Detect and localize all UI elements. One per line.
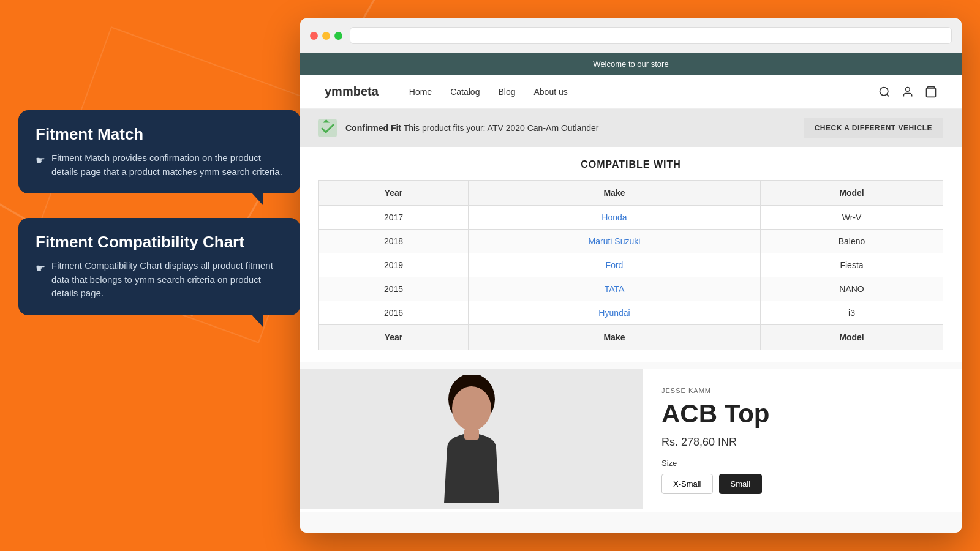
fitment-text: Confirmed Fit This product fits your: AT… [345,123,795,133]
cell-model: Wr-V [761,206,943,230]
minimize-button[interactable] [322,32,330,40]
product-title: ACB Top [662,399,943,429]
product-image [300,369,643,509]
fitment-chart-callout: Fitment Compatibility Chart Fitment Comp… [18,218,300,315]
table-row: 2017 Honda Wr-V [319,206,943,230]
compatible-title: COMPATIBLE WITH [318,159,943,170]
cell-model: Baleno [761,230,943,253]
fitment-match-title: Fitment Match [36,125,283,144]
table-row: 2015 TATA NANO [319,277,943,301]
col-footer-model: Model [761,325,943,350]
fitment-match-callout: Fitment Match Fitment Match provides con… [18,110,300,193]
compatible-section: COMPATIBLE WITH Year Make Model 2017 Hon… [300,147,962,362]
compatibility-table: Year Make Model 2017 Honda Wr-V 2018 Mar… [318,180,943,350]
confirmed-fit-label: Confirmed Fit [345,123,401,133]
svg-line-1 [887,94,889,96]
fitment-match-description: Fitment Match provides confirmation on t… [36,151,283,179]
nav-home[interactable]: Home [409,87,432,97]
table-row: 2016 Hyundai i3 [319,301,943,325]
product-image-person [429,375,514,503]
svg-point-0 [880,87,888,95]
store-banner-text: Welcome to our store [593,59,668,69]
cell-make: Ford [468,253,760,277]
nav-catalog[interactable]: Catalog [450,87,480,97]
browser-chrome [300,18,962,53]
cell-year: 2019 [319,253,469,277]
col-footer-year: Year [319,325,469,350]
store-banner: Welcome to our store [300,53,962,75]
brand-logo: ymmbeta [325,84,379,99]
table-header-row: Year Make Model [319,181,943,206]
nav-blog[interactable]: Blog [498,87,515,97]
traffic-lights [310,32,342,40]
vehicle-text: This product fits your: ATV 2020 Can-Am … [404,123,599,133]
fitment-banner: Confirmed Fit This product fits your: AT… [300,109,962,147]
size-buttons: X-Small Small [662,474,943,494]
browser-window: Welcome to our store ymmbeta Home Catalo… [300,18,962,533]
svg-point-2 [906,87,910,91]
col-header-model: Model [761,181,943,206]
product-brand: JESSE KAMM [662,387,943,394]
cell-make: Maruti Suzuki [468,230,760,253]
cell-model: Fiesta [761,253,943,277]
cell-make: Hyundai [468,301,760,325]
navbar: ymmbeta Home Catalog Blog About us [300,75,962,109]
svg-point-7 [452,386,491,430]
cell-year: 2015 [319,277,469,301]
nav-icons [878,86,937,98]
cell-model: NANO [761,277,943,301]
check-vehicle-button[interactable]: CHECK A DIFFERENT VEHICLE [804,118,943,138]
cell-year: 2018 [319,230,469,253]
cell-year: 2016 [319,301,469,325]
address-bar[interactable] [350,27,952,44]
size-label: Size [662,459,943,468]
fitment-chart-title: Fitment Compatibility Chart [36,233,283,252]
table-footer-row: Year Make Model [319,325,943,350]
nav-about[interactable]: About us [533,87,567,97]
maximize-button[interactable] [334,32,342,40]
cell-model: i3 [761,301,943,325]
fitment-checkmark-icon [318,119,337,137]
table-row: 2019 Ford Fiesta [319,253,943,277]
close-button[interactable] [310,32,318,40]
product-price: Rs. 278,60 INR [662,436,943,449]
nav-links: Home Catalog Blog About us [409,87,878,97]
account-icon[interactable] [902,86,914,98]
cart-icon[interactable] [925,86,937,98]
size-small[interactable]: Small [719,474,763,494]
cell-make: Honda [468,206,760,230]
col-header-year: Year [319,181,469,206]
col-footer-make: Make [468,325,760,350]
main-content: Confirmed Fit This product fits your: AT… [300,109,962,533]
svg-rect-8 [464,429,479,440]
cell-year: 2017 [319,206,469,230]
col-header-make: Make [468,181,760,206]
product-section: JESSE KAMM ACB Top Rs. 278,60 INR Size X… [300,369,962,512]
size-xsmall[interactable]: X-Small [662,474,713,494]
left-panel: Fitment Match Fitment Match provides con… [18,110,300,334]
product-info: JESSE KAMM ACB Top Rs. 278,60 INR Size X… [643,369,962,512]
table-row: 2018 Maruti Suzuki Baleno [319,230,943,253]
search-icon[interactable] [878,86,891,98]
fitment-chart-description: Fitment Compatibility Chart displays all… [36,259,283,301]
cell-make: TATA [468,277,760,301]
